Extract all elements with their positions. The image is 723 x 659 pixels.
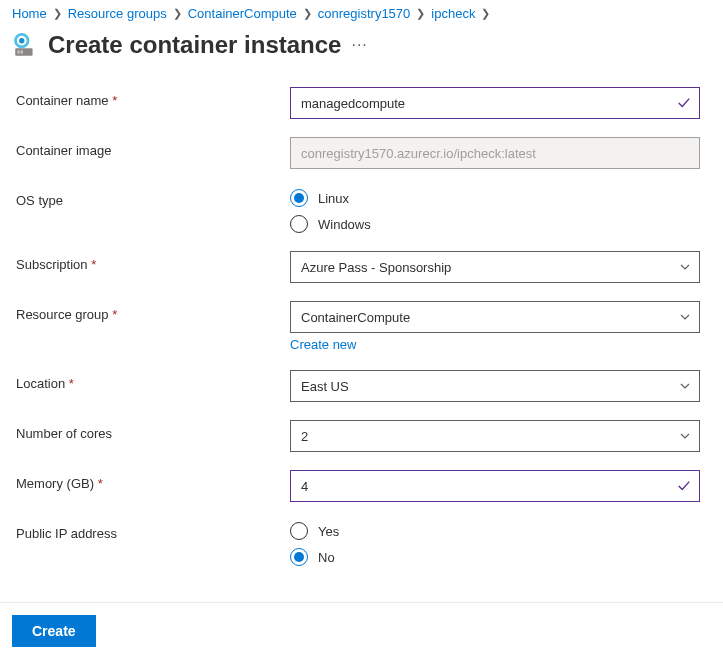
breadcrumb: Home ❯ Resource groups ❯ ContainerComput…	[12, 6, 711, 21]
svg-point-2	[19, 38, 24, 43]
breadcrumb-resource-groups[interactable]: Resource groups	[68, 6, 167, 21]
breadcrumb-conregistry[interactable]: conregistry1570	[318, 6, 411, 21]
chevron-down-icon	[679, 261, 691, 273]
container-image-label: Container image	[16, 137, 290, 158]
more-actions-icon[interactable]: ···	[351, 36, 367, 54]
resource-group-label: Resource group *	[16, 301, 290, 322]
page-header: Create container instance ···	[12, 31, 711, 59]
location-select[interactable]: East US	[290, 370, 700, 402]
public-ip-no-radio[interactable]: No	[290, 548, 700, 566]
chevron-right-icon: ❯	[481, 7, 490, 20]
os-type-linux-radio[interactable]: Linux	[290, 189, 700, 207]
chevron-down-icon	[679, 311, 691, 323]
public-ip-radio-group: Yes No	[290, 520, 700, 566]
memory-select[interactable]: 4	[290, 470, 700, 502]
create-button[interactable]: Create	[12, 615, 96, 647]
chevron-right-icon: ❯	[173, 7, 182, 20]
chevron-down-icon	[679, 430, 691, 442]
svg-rect-4	[17, 50, 19, 53]
public-ip-yes-radio[interactable]: Yes	[290, 522, 700, 540]
container-name-label: Container name *	[16, 87, 290, 108]
container-instance-icon	[12, 32, 38, 58]
container-name-input[interactable]: managedcompute	[290, 87, 700, 119]
breadcrumb-container-compute[interactable]: ContainerCompute	[188, 6, 297, 21]
footer-bar: Create	[0, 602, 723, 659]
chevron-down-icon	[679, 380, 691, 392]
radio-icon	[290, 548, 308, 566]
chevron-right-icon: ❯	[53, 7, 62, 20]
radio-icon	[290, 522, 308, 540]
svg-rect-5	[21, 50, 23, 53]
subscription-select[interactable]: Azure Pass - Sponsorship	[290, 251, 700, 283]
radio-icon	[290, 189, 308, 207]
os-type-label: OS type	[16, 187, 290, 208]
breadcrumb-ipcheck[interactable]: ipcheck	[431, 6, 475, 21]
os-type-windows-radio[interactable]: Windows	[290, 215, 700, 233]
chevron-right-icon: ❯	[416, 7, 425, 20]
create-new-resource-group-link[interactable]: Create new	[290, 337, 356, 352]
public-ip-label: Public IP address	[16, 520, 290, 541]
cores-label: Number of cores	[16, 420, 290, 441]
check-icon	[677, 96, 691, 110]
cores-select[interactable]: 2	[290, 420, 700, 452]
resource-group-select[interactable]: ContainerCompute	[290, 301, 700, 333]
os-type-radio-group: Linux Windows	[290, 187, 700, 233]
radio-icon	[290, 215, 308, 233]
subscription-label: Subscription *	[16, 251, 290, 272]
check-icon	[677, 479, 691, 493]
memory-label: Memory (GB) *	[16, 470, 290, 491]
breadcrumb-home[interactable]: Home	[12, 6, 47, 21]
location-label: Location *	[16, 370, 290, 391]
create-form: Container name * managedcompute Containe…	[16, 87, 711, 566]
page-title: Create container instance	[48, 31, 341, 59]
container-image-input: conregistry1570.azurecr.io/ipcheck:lates…	[290, 137, 700, 169]
chevron-right-icon: ❯	[303, 7, 312, 20]
